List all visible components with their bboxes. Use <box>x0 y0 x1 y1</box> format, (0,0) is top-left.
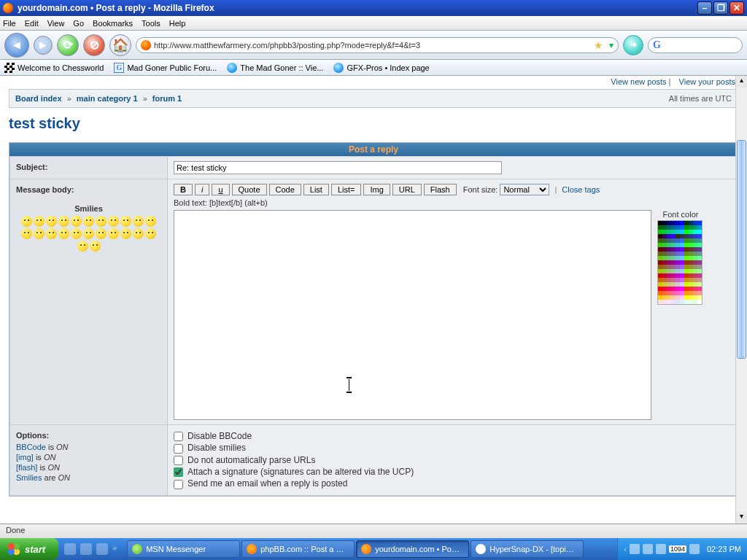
reload-button[interactable]: ⟳ <box>57 34 79 56</box>
bbcode-flash[interactable]: Flash <box>424 184 457 195</box>
smiley-icon[interactable] <box>46 228 57 239</box>
close-button[interactable]: ✕ <box>729 1 744 15</box>
color-swatch[interactable] <box>697 300 702 304</box>
smiley-icon[interactable] <box>58 228 69 239</box>
favorite-icon[interactable]: ★ <box>594 39 603 51</box>
bbcode-list[interactable]: List <box>303 184 329 195</box>
site-icon <box>141 40 151 50</box>
url-dropdown-icon[interactable]: ▾ <box>609 40 614 50</box>
taskbar-task[interactable]: HyperSnap-DX - [topi… <box>471 540 584 558</box>
smiley-icon[interactable] <box>145 228 156 239</box>
subject-input[interactable] <box>174 161 502 174</box>
back-button[interactable]: ◄ <box>4 33 29 58</box>
smiley-icon[interactable] <box>120 228 131 239</box>
tray-badge[interactable]: 1094 <box>669 545 686 553</box>
menu-edit[interactable]: Edit <box>25 19 39 28</box>
taskbar-task[interactable]: MSN Messenger <box>127 540 240 558</box>
taskbar-task[interactable]: phpBB.com :: Post a … <box>241 540 355 558</box>
bbcode-img[interactable]: Img <box>363 184 390 195</box>
smiley-icon[interactable] <box>96 216 107 227</box>
menu-go[interactable]: Go <box>73 19 84 28</box>
bookmark-item[interactable]: The Mad Goner :: Vie... <box>227 63 323 73</box>
scrollbar-thumb[interactable] <box>737 140 746 359</box>
menu-tools[interactable]: Tools <box>142 19 160 28</box>
smiley-icon[interactable] <box>83 216 94 227</box>
bc-board-index[interactable]: Board index <box>15 94 62 103</box>
taskbar-task[interactable]: yourdomain.com • Po… <box>356 540 469 558</box>
check-noparse-urls[interactable]: Do not automatically parse URLs <box>174 455 731 465</box>
tray-clock[interactable]: 02:23 PM <box>707 545 741 553</box>
smiley-icon[interactable] <box>108 228 119 239</box>
bbcode-underline[interactable]: u <box>212 184 229 195</box>
tray-expand-icon[interactable]: ‹ <box>624 545 627 553</box>
home-button[interactable]: 🏠 <box>109 34 131 56</box>
bc-category[interactable]: main category 1 <box>77 94 138 103</box>
ql-icon-1[interactable] <box>64 543 76 555</box>
ql-more-icon[interactable]: » <box>112 543 118 555</box>
minimize-button[interactable]: – <box>697 1 712 15</box>
menu-bookmarks[interactable]: Bookmarks <box>93 19 133 28</box>
check-disable-bbcode[interactable]: Disable BBCode <box>174 431 731 441</box>
smiley-icon[interactable] <box>46 216 57 227</box>
bbcode-code[interactable]: Code <box>269 184 301 195</box>
bbcode-quote[interactable]: Quote <box>232 184 267 195</box>
taskbar: start » MSN MessengerphpBB.com :: Post a… <box>0 538 747 560</box>
smiley-icon[interactable] <box>96 228 107 239</box>
smiley-icon[interactable] <box>21 228 32 239</box>
smiley-icon[interactable] <box>77 241 88 252</box>
option-link-img[interactable]: [img] <box>16 453 34 462</box>
check-notify[interactable]: Send me an email when a reply is posted <box>174 478 731 489</box>
go-button[interactable]: ➜ <box>623 35 643 55</box>
tray-icon-1[interactable] <box>630 544 640 554</box>
smiley-icon[interactable] <box>120 216 131 227</box>
menu-view[interactable]: View <box>47 19 65 28</box>
smiley-icon[interactable] <box>108 216 119 227</box>
bbcode-url[interactable]: URL <box>392 184 422 195</box>
option-link-bbcode[interactable]: BBCode <box>16 443 46 451</box>
smiley-icon[interactable] <box>71 228 82 239</box>
smiley-icon[interactable] <box>145 216 156 227</box>
top-links: View new posts | View your posts <box>9 76 738 88</box>
tray-icon-3[interactable] <box>656 544 666 554</box>
url-bar[interactable]: http://www.matthewfarmery.com/phpbb3/pos… <box>136 37 619 53</box>
vertical-scrollbar[interactable]: ▴ ▾ <box>735 76 747 524</box>
ql-icon-3[interactable] <box>96 543 108 555</box>
check-disable-smilies[interactable]: Disable smilies <box>174 443 731 453</box>
tray-icon-4[interactable] <box>689 544 700 554</box>
forward-button[interactable]: ► <box>34 36 53 55</box>
smiley-icon[interactable] <box>34 228 44 239</box>
check-attach-sig[interactable]: Attach a signature (signatures can be al… <box>174 467 731 477</box>
smiley-icon[interactable] <box>83 228 94 239</box>
bookmark-item[interactable]: Welcome to Chessworld <box>4 63 104 73</box>
fontsize-select[interactable]: Normal <box>500 184 549 195</box>
stop-button[interactable]: ⊘ <box>83 34 105 56</box>
menu-help[interactable]: Help <box>169 19 186 28</box>
tray-icon-2[interactable] <box>643 544 653 554</box>
option-link-flash[interactable]: [flash] <box>16 463 37 472</box>
view-new-posts-link[interactable]: View new posts <box>611 77 666 86</box>
search-box[interactable]: G <box>648 37 743 53</box>
smiley-icon[interactable] <box>21 216 32 227</box>
menu-file[interactable]: File <box>3 19 16 28</box>
close-tags-link[interactable]: Close tags <box>562 185 600 194</box>
smiley-icon[interactable] <box>133 216 144 227</box>
view-your-posts-link[interactable]: View your posts <box>679 77 735 86</box>
bookmark-item[interactable]: GMad Goner Public Foru... <box>114 63 217 73</box>
option-link-smilies[interactable]: Smilies <box>16 473 42 482</box>
smiley-icon[interactable] <box>133 228 144 239</box>
scroll-down-icon[interactable]: ▾ <box>736 512 747 524</box>
message-textarea[interactable] <box>174 210 651 420</box>
bbcode-italic[interactable]: i <box>195 184 209 195</box>
start-button[interactable]: start <box>0 538 58 560</box>
bbcode-bold[interactable]: B <box>174 184 193 195</box>
maximize-button[interactable]: ❐ <box>713 1 728 15</box>
bookmark-item[interactable]: GFX-Pros • Index page <box>333 63 429 73</box>
smiley-icon[interactable] <box>58 216 69 227</box>
bc-forum[interactable]: forum 1 <box>152 94 182 103</box>
smiley-icon[interactable] <box>90 241 101 252</box>
ql-icon-2[interactable] <box>80 543 92 555</box>
scroll-up-icon[interactable]: ▴ <box>736 76 747 88</box>
bbcode-list-eq[interactable]: List= <box>331 184 362 195</box>
smiley-icon[interactable] <box>71 216 82 227</box>
smiley-icon[interactable] <box>34 216 44 227</box>
